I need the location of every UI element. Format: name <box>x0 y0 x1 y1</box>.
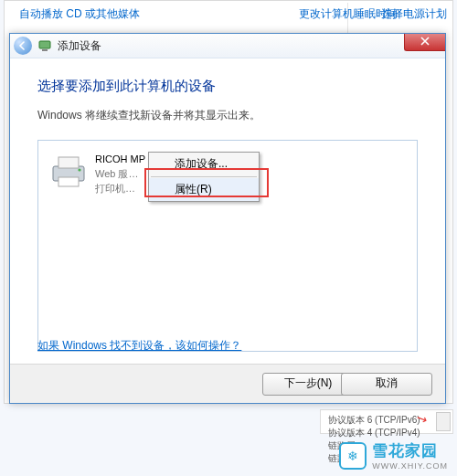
cancel-button[interactable]: 取消 <box>341 373 432 396</box>
watermark-url: WWW.XHIY.COM <box>372 461 448 471</box>
heading: 选择要添加到此计算机的设备 <box>37 78 418 95</box>
network-props-fragment: 协议版本 6 (TCP/IPv6) 协议版本 4 (TCP/IPv4) 链路层…… <box>320 409 453 434</box>
menu-separator <box>151 176 257 177</box>
back-button[interactable] <box>14 37 32 55</box>
titlebar: 添加设备 <box>10 34 445 58</box>
device-icon <box>37 38 52 53</box>
svg-rect-1 <box>42 49 48 51</box>
device-list[interactable]: RICOH MP C3503 Web 服… 打印机… 添加设备... 属性(R) <box>37 140 418 352</box>
menu-item-properties[interactable]: 属性(R) <box>149 178 259 201</box>
svg-rect-0 <box>39 41 50 48</box>
add-device-dialog: 添加设备 选择要添加到此计算机的设备 Windows 将继续查找新设备并将其显示… <box>9 33 446 404</box>
watermark-text: 雪花家园 WWW.XHIY.COM <box>372 440 448 471</box>
dialog-footer: 下一步(N) 取消 <box>10 364 445 403</box>
printer-icon <box>48 150 90 192</box>
svg-point-5 <box>78 168 80 171</box>
watermark-logo-icon: ❄ <box>339 442 367 470</box>
watermark: ❄ 雪花家园 WWW.XHIY.COM <box>339 440 448 471</box>
svg-rect-4 <box>58 177 79 186</box>
next-button[interactable]: 下一步(N) <box>262 373 354 396</box>
dialog-title: 添加设备 <box>58 38 101 54</box>
watermark-brand: 雪花家园 <box>372 440 448 461</box>
dialog-body: 选择要添加到此计算机的设备 Windows 将继续查找新设备并将其显示出来。 R… <box>10 58 445 365</box>
link-autoplay[interactable]: 自动播放 CD 或其他媒体 <box>19 6 140 22</box>
net-line: 协议版本 4 (TCP/IPv4) <box>328 427 445 439</box>
context-menu: 添加设备... 属性(R) <box>148 152 260 202</box>
close-button[interactable] <box>404 34 445 51</box>
svg-rect-3 <box>58 157 79 168</box>
help-link[interactable]: 如果 Windows 找不到设备，该如何操作？ <box>37 338 241 354</box>
menu-item-add-device[interactable]: 添加设备... <box>149 153 259 175</box>
subtext: Windows 将继续查找新设备并将其显示出来。 <box>37 108 418 123</box>
scrollbar[interactable] <box>436 412 451 431</box>
link-power-plan[interactable]: 选择电源计划 <box>381 6 447 22</box>
screenshot-root: 自动播放 CD 或其他媒体 更改计算机睡眠时间 选择电源计划 协议版本 6 (T… <box>0 0 457 476</box>
